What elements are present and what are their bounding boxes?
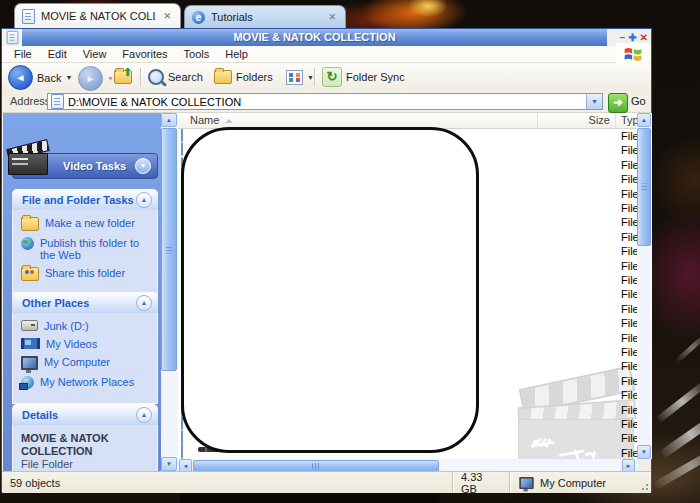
sidebar-item-label: My Network Places — [40, 376, 134, 388]
explorer-window: MOVIE & NATOK COLLECTION − ✚ ✕ FileEditV… — [1, 28, 652, 492]
column-header-name[interactable]: Name — [178, 113, 538, 128]
forward-button[interactable]: ► ▼ — [78, 66, 114, 91]
sidebar-item-label: My Videos — [46, 338, 97, 350]
chevron-up-icon[interactable]: ▲ — [136, 295, 152, 311]
file-type-cell: File — [621, 144, 637, 156]
file-type-cell: File — [621, 303, 637, 315]
sidebar-item-my-network-places[interactable]: My Network Places — [21, 376, 153, 389]
file-type-cell: File — [621, 130, 637, 142]
folders-icon — [214, 70, 232, 84]
panel-title: File and Folder Tasks — [22, 194, 134, 206]
tab-tutorials[interactable]: e Tutorials ✕ — [184, 5, 346, 28]
folder-sync-label: Folder Sync — [346, 71, 405, 83]
status-free-space: 4.33 GB — [452, 472, 509, 493]
list-scroll-up-icon[interactable]: ▲ — [637, 113, 651, 127]
file-icon — [181, 129, 183, 141]
chevron-up-icon[interactable]: ▲ — [136, 407, 152, 423]
status-location-label: My Computer — [540, 477, 606, 489]
column-header-type[interactable]: Type — [619, 113, 637, 128]
windows-logo — [616, 43, 649, 64]
panel-body: Junk (D:)My VideosMy ComputerMy Network … — [12, 313, 158, 404]
sidebar-item-my-computer[interactable]: My Computer — [21, 356, 153, 370]
panel-title: Other Places — [22, 297, 89, 309]
views-icon — [286, 70, 303, 85]
menu-item-help[interactable]: Help — [217, 48, 256, 60]
file-type-cell: File — [621, 317, 637, 329]
chevron-up-icon[interactable]: ▲ — [136, 192, 152, 208]
sidebar-item-my-videos[interactable]: My Videos — [21, 338, 153, 350]
address-input[interactable]: D:\MOVIE & NATOK COLLECTION ▼ — [47, 93, 603, 110]
search-button[interactable]: Search — [148, 69, 203, 85]
search-label: Search — [168, 71, 203, 83]
address-dropdown-icon[interactable]: ▼ — [586, 94, 602, 109]
wallpaper-shadow — [180, 494, 440, 503]
details-folder-type: File Folder — [21, 458, 153, 471]
forward-icon: ► — [78, 66, 103, 91]
menu-item-favorites[interactable]: Favorites — [114, 48, 175, 60]
sidebar-scroll-up-icon[interactable]: ▲ — [161, 113, 177, 127]
menu-item-file[interactable]: File — [6, 48, 40, 60]
up-button[interactable]: ⬆ — [114, 70, 132, 84]
go-label: Go — [631, 95, 646, 107]
redaction-overlay — [181, 127, 479, 453]
file-icon — [181, 431, 183, 443]
chevron-down-icon[interactable]: ▼ — [135, 158, 151, 174]
file-type-cell: File — [621, 245, 637, 257]
menu-item-view[interactable]: View — [75, 48, 115, 60]
file-type-cell: File — [621, 188, 637, 200]
share-folder-icon — [21, 267, 39, 281]
panel-header[interactable]: Details ▲ — [12, 404, 158, 425]
list-vscrollbar-thumb[interactable] — [637, 128, 651, 246]
file-type-cell: File — [621, 360, 637, 372]
file-type-cell: File — [621, 159, 637, 171]
views-dropdown-icon[interactable]: ▼ — [307, 74, 314, 81]
publish-web-icon — [21, 237, 34, 250]
back-icon: ◄ — [8, 65, 33, 90]
folders-button[interactable]: Folders — [214, 70, 273, 84]
close-button[interactable]: ✕ — [640, 33, 648, 43]
menu-item-edit[interactable]: Edit — [40, 48, 75, 60]
back-dropdown-icon[interactable]: ▼ — [65, 74, 72, 81]
window-icon — [6, 31, 18, 45]
sidebar-item-junk-d[interactable]: Junk (D:) — [21, 320, 153, 332]
file-type-cell: File — [621, 447, 637, 459]
tab-close-icon[interactable]: ✕ — [161, 10, 173, 22]
sidebar-item-label: Make a new folder — [45, 217, 135, 229]
sidebar-item-label: Junk (D:) — [44, 320, 89, 332]
panel-file-folder-tasks: File and Folder Tasks ▲ Make a new folde… — [12, 189, 158, 296]
my-computer-icon — [519, 477, 533, 489]
folder-sync-button[interactable]: ↻ Folder Sync — [322, 67, 405, 87]
toolbar: ◄ Back ▼ ► ▼ ⬆ Search Folders ▼ ↻ Folder… — [2, 63, 651, 92]
tab-movie-natok-collection[interactable]: MOVIE & NATOK COLLEC... ✕ — [14, 3, 181, 28]
back-label: Back — [37, 72, 61, 84]
clapperboard-icon — [7, 142, 49, 176]
file-type-cell: File — [621, 173, 637, 185]
column-header-size[interactable]: Size — [538, 113, 616, 128]
panel-details: Details ▲ MOVIE & NATOK COLLECTION File … — [12, 404, 158, 471]
tab-label: Tutorials — [211, 11, 320, 23]
menu-item-tools[interactable]: Tools — [176, 48, 218, 60]
views-button[interactable]: ▼ — [286, 70, 314, 85]
sidebar-item-share-this-folder[interactable]: Share this folder — [21, 267, 153, 281]
tab-close-icon[interactable]: ✕ — [326, 11, 338, 23]
panel-header[interactable]: Other Places ▲ — [12, 292, 158, 313]
sidebar-scroll-down-icon[interactable]: ▼ — [161, 457, 177, 471]
sidebar-item-label: My Computer — [44, 356, 110, 368]
status-bar: 59 objects 4.33 GB My Computer — [2, 471, 651, 493]
list-scroll-down-icon[interactable]: ▼ — [637, 445, 651, 459]
back-button[interactable]: ◄ Back ▼ — [8, 65, 72, 90]
panel-header[interactable]: File and Folder Tasks ▲ — [12, 189, 158, 210]
sidebar-item-make-a-new-folder[interactable]: Make a new folder — [21, 217, 153, 231]
sidebar-item-publish-this-folder-to-the-web[interactable]: Publish this folder to the Web — [21, 237, 153, 261]
file-type-cell: File — [621, 332, 637, 344]
maximize-button[interactable]: ✚ — [628, 33, 636, 43]
sidebar-scrollbar-thumb[interactable] — [161, 128, 177, 371]
file-type-cell: File — [621, 432, 637, 444]
minimize-button[interactable]: − — [619, 33, 625, 43]
panel-other-places: Other Places ▲ Junk (D:)My VideosMy Comp… — [12, 292, 158, 404]
panel-title: Details — [22, 409, 58, 421]
go-button[interactable]: ➔ — [608, 93, 628, 113]
resize-grip[interactable] — [639, 481, 649, 491]
file-type-cell: File — [621, 231, 637, 243]
status-objects: 59 objects — [2, 472, 452, 493]
